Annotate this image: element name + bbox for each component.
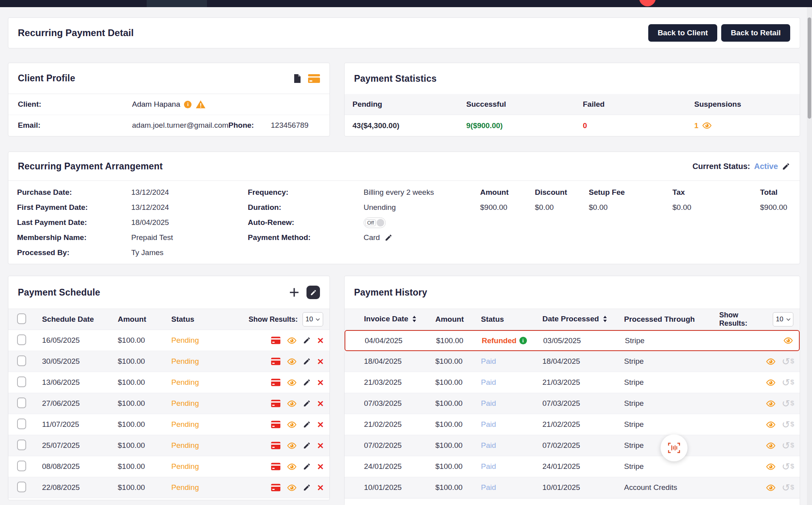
client-name[interactable]: Adam Hapana <box>132 100 180 109</box>
row-checkbox[interactable] <box>17 440 26 450</box>
pencil-icon[interactable] <box>303 336 311 344</box>
first-payment-date-value: 13/12/2024 <box>131 203 173 212</box>
credit-card-icon[interactable] <box>308 74 320 83</box>
processed-through-header: Processed Through <box>624 315 719 324</box>
eye-icon[interactable] <box>287 400 297 407</box>
back-to-retail-button[interactable]: Back to Retail <box>721 24 790 42</box>
edit-payment-method-pencil-icon[interactable] <box>385 234 393 242</box>
row-checkbox[interactable] <box>17 376 26 387</box>
add-schedule-plus-icon[interactable] <box>289 287 299 298</box>
tax-value: $0.00 <box>672 203 760 212</box>
pencil-icon[interactable] <box>303 357 311 365</box>
view-payment-eye-icon[interactable] <box>783 337 793 344</box>
setup-fee-header: Setup Fee <box>589 188 672 197</box>
view-payment-eye-icon[interactable] <box>766 442 776 449</box>
delete-x-icon[interactable]: ✕ <box>317 399 324 408</box>
history-show-results-select[interactable]: 10 <box>773 312 793 326</box>
pencil-icon[interactable] <box>303 399 311 407</box>
edit-status-pencil-icon[interactable] <box>782 162 790 171</box>
row-checkbox[interactable] <box>17 419 26 429</box>
delete-x-icon[interactable]: ✕ <box>317 463 324 471</box>
eye-icon[interactable] <box>287 337 297 344</box>
charge-card-icon[interactable] <box>271 421 281 428</box>
delete-x-icon[interactable]: ✕ <box>317 421 324 429</box>
delete-x-icon[interactable]: ✕ <box>317 357 324 366</box>
pencil-icon[interactable] <box>303 442 311 449</box>
date-processed-cell: 21/03/2025 <box>542 378 624 387</box>
charge-card-icon[interactable] <box>271 442 281 449</box>
charge-card-icon[interactable] <box>271 484 281 492</box>
notification-dot[interactable] <box>639 0 656 6</box>
refund-payment-icon[interactable]: ↺$ <box>782 462 794 472</box>
charge-card-icon[interactable] <box>271 357 281 365</box>
delete-x-icon[interactable]: ✕ <box>317 484 324 492</box>
row-checkbox[interactable] <box>17 397 26 408</box>
refund-payment-icon[interactable]: ↺$ <box>782 420 794 430</box>
charge-card-icon[interactable] <box>271 463 281 470</box>
row-checkbox[interactable] <box>17 482 26 492</box>
select-all-checkbox[interactable] <box>17 313 26 324</box>
view-payment-eye-icon[interactable] <box>766 463 776 470</box>
view-payment-eye-icon[interactable] <box>766 358 776 365</box>
barcode-scan-fab[interactable] <box>661 434 688 461</box>
refund-payment-icon[interactable]: ↺$ <box>782 357 794 367</box>
view-payment-eye-icon[interactable] <box>766 400 776 407</box>
eye-icon[interactable] <box>287 421 297 428</box>
pencil-icon[interactable] <box>303 378 311 386</box>
payment-statistics-title: Payment Statistics <box>354 73 437 84</box>
refund-payment-icon[interactable]: ↺$ <box>782 441 794 451</box>
stat-failed-value: 0 <box>583 121 694 130</box>
client-contact-row: Email: adam.joel.turner@gmail.com Phone:… <box>8 115 329 135</box>
schedule-show-results-select[interactable]: 10 <box>303 312 323 326</box>
delete-x-icon[interactable]: ✕ <box>317 378 324 387</box>
navbar-active-tab[interactable] <box>147 0 207 7</box>
history-status-header: Status <box>481 315 542 324</box>
sort-icon[interactable] <box>412 315 417 324</box>
eye-icon[interactable] <box>287 484 297 491</box>
current-status-value[interactable]: Active <box>754 162 778 171</box>
view-payment-eye-icon[interactable] <box>766 484 776 491</box>
history-status-text: Paid <box>481 483 496 492</box>
charge-card-icon[interactable] <box>271 399 281 407</box>
history-status-text: Paid <box>481 441 496 450</box>
refund-payment-icon[interactable]: ↺$ <box>782 378 794 388</box>
document-icon[interactable] <box>293 74 301 83</box>
row-checkbox[interactable] <box>17 334 26 345</box>
page-scrollbar[interactable] <box>807 7 812 505</box>
delete-x-icon[interactable]: ✕ <box>317 336 324 345</box>
back-to-client-button[interactable]: Back to Client <box>648 24 718 42</box>
pencil-icon[interactable] <box>303 421 311 428</box>
view-payment-eye-icon[interactable] <box>766 379 776 386</box>
eye-icon[interactable] <box>287 379 297 386</box>
auto-renew-toggle[interactable]: Off <box>364 217 386 228</box>
show-results-value: 10 <box>306 315 313 323</box>
charge-card-icon[interactable] <box>271 378 281 386</box>
invoice-date-header[interactable]: Invoice Date <box>364 315 435 324</box>
schedule-status-cell: Pending <box>161 462 238 471</box>
pencil-icon[interactable] <box>303 484 311 492</box>
suspensions-eye-icon[interactable] <box>702 122 712 129</box>
eye-icon[interactable] <box>287 463 297 470</box>
scrollbar-thumb[interactable] <box>808 17 811 119</box>
sort-icon[interactable] <box>603 315 607 324</box>
refund-payment-icon[interactable]: ↺$ <box>782 399 794 409</box>
history-status-cell: Paid i <box>481 420 542 429</box>
eye-icon[interactable] <box>287 442 297 449</box>
refund-payment-icon[interactable]: ↺$ <box>782 483 794 493</box>
history-status-text: Paid <box>481 420 496 429</box>
delete-x-icon[interactable]: ✕ <box>317 442 324 450</box>
eye-icon[interactable] <box>287 358 297 365</box>
row-checkbox[interactable] <box>17 355 26 366</box>
warning-icon[interactable] <box>195 100 206 109</box>
charge-card-icon[interactable] <box>271 336 281 344</box>
refund-info-icon[interactable]: i <box>519 337 527 344</box>
pencil-icon[interactable] <box>303 463 311 470</box>
date-processed-cell: 07/03/2025 <box>542 399 624 408</box>
client-info-icon[interactable]: i <box>184 101 192 108</box>
edit-schedule-button[interactable] <box>306 286 320 299</box>
row-checkbox[interactable] <box>17 461 26 471</box>
statistics-header-row: Pending Successful Failed Suspensions <box>345 94 800 115</box>
view-payment-eye-icon[interactable] <box>766 421 776 428</box>
date-processed-header[interactable]: Date Processed <box>542 315 624 324</box>
amount-value: $900.00 <box>480 203 535 212</box>
